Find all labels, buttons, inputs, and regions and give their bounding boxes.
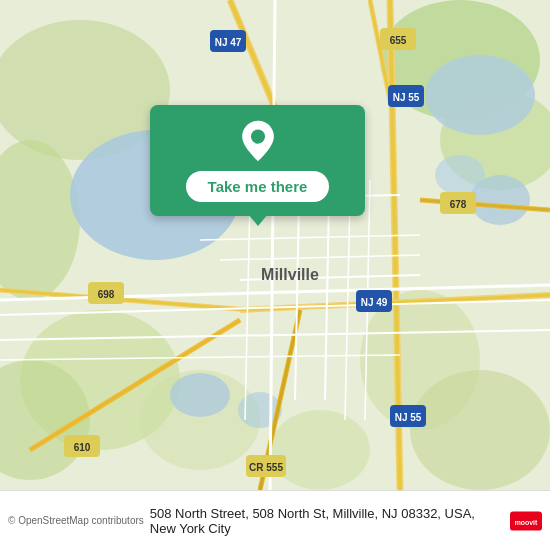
copyright-text: © OpenStreetMap contributors [8,515,144,526]
svg-text:698: 698 [98,289,115,300]
svg-text:610: 610 [74,442,91,453]
svg-point-67 [250,130,264,144]
svg-point-12 [425,55,535,135]
svg-text:NJ 47: NJ 47 [215,37,242,48]
address-text: 508 North Street, 508 North St, Millvill… [150,506,502,536]
take-me-there-button[interactable]: Take me there [186,171,330,202]
svg-point-14 [435,155,485,195]
svg-text:678: 678 [450,199,467,210]
moovit-logo-icon: moovit [510,505,542,537]
svg-text:Millville: Millville [261,266,319,283]
map-svg: NJ 47 655 NJ 55 678 698 NJ 49 NJ 55 610 … [0,0,550,490]
map-pin-icon [236,119,280,163]
svg-text:655: 655 [390,35,407,46]
svg-text:moovit: moovit [515,519,538,526]
svg-point-15 [170,373,230,417]
svg-text:CR 555: CR 555 [249,462,283,473]
svg-text:NJ 55: NJ 55 [395,412,422,423]
svg-point-10 [270,410,370,490]
moovit-logo: moovit [510,505,542,537]
svg-point-8 [410,370,550,490]
svg-text:NJ 49: NJ 49 [361,297,388,308]
svg-text:NJ 55: NJ 55 [393,92,420,103]
card-tail [248,214,268,226]
footer-bar: © OpenStreetMap contributors 508 North S… [0,490,550,550]
map-area: NJ 47 655 NJ 55 678 698 NJ 49 NJ 55 610 … [0,0,550,490]
location-card: Take me there [150,105,365,216]
